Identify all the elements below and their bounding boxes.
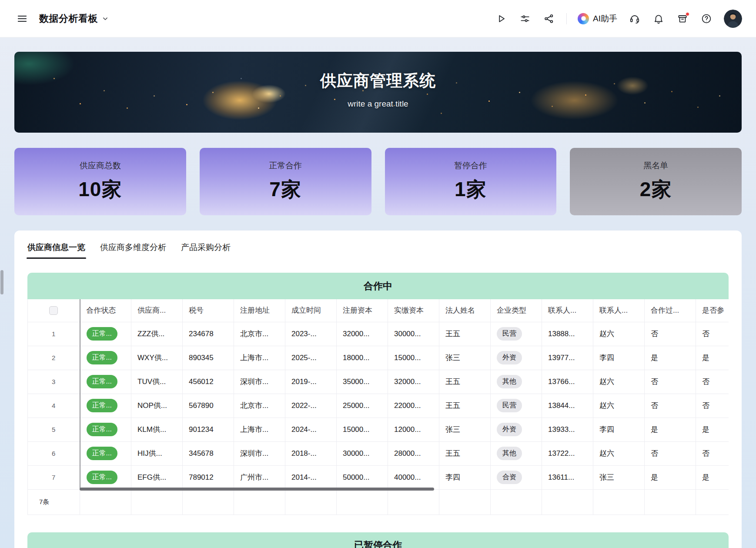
column-header[interactable]: 供应商... — [131, 299, 183, 322]
empty-cell — [542, 489, 593, 515]
cell-company-type: 其他 — [491, 441, 542, 465]
status-badge: 正常... — [87, 471, 117, 484]
dashboard-title-dropdown[interactable]: 数据分析看板 — [39, 12, 109, 25]
column-header[interactable]: 是否参 — [696, 299, 729, 322]
row-number: 5 — [28, 418, 80, 441]
cell-participated: 否 — [696, 370, 729, 394]
cell-address: 上海市... — [234, 346, 285, 370]
cell-address: 北京市... — [234, 394, 285, 418]
stat-card[interactable]: 正常合作7家 — [200, 148, 371, 215]
stat-card[interactable]: 黑名单2家 — [570, 148, 742, 215]
cell-company-type: 合资 — [491, 465, 542, 489]
table-row[interactable]: 4正常...NOP供...567890北京市...2022-...25000..… — [28, 394, 729, 418]
cell-tax-no: 345678 — [183, 441, 234, 465]
chevron-down-icon — [101, 15, 109, 23]
cell-cooperated: 否 — [645, 322, 696, 346]
present-button[interactable] — [495, 12, 508, 25]
cell-paid-capital: 22000... — [388, 394, 439, 418]
horizontal-scrollbar[interactable] — [80, 488, 434, 491]
notifications-button[interactable] — [652, 12, 665, 25]
stat-value: 1家 — [455, 176, 487, 203]
cell-company-type: 民营 — [491, 394, 542, 418]
share-button[interactable] — [542, 12, 555, 25]
column-header[interactable]: 成立时间 — [285, 299, 337, 322]
inbox-button[interactable] — [676, 12, 689, 25]
cell-participated: 否 — [696, 394, 729, 418]
table-row[interactable]: 3正常...TUV供...456012深圳市...2019-...35000..… — [28, 370, 729, 394]
cell-cooperated: 否 — [645, 441, 696, 465]
main-content: 供应商管理系统 write a great title 供应商总数10家正常合作… — [0, 52, 756, 548]
tabs: 供应商信息一览供应商多维度分析产品采购分析 — [27, 242, 729, 259]
stat-label: 暂停合作 — [454, 160, 487, 171]
column-header[interactable]: 联系人... — [542, 299, 593, 322]
ai-assistant-label: AI助手 — [593, 13, 617, 24]
stat-label: 供应商总数 — [80, 160, 121, 171]
cell-company-type: 外资 — [491, 418, 542, 441]
stat-card[interactable]: 暂停合作1家 — [385, 148, 557, 215]
table-row[interactable]: 7正常...EFG供...789012广州市...2014-...50000..… — [28, 465, 729, 489]
cell-legal-person: 李四 — [439, 465, 491, 489]
cell-supplier: WXY供... — [131, 346, 183, 370]
column-header[interactable]: 实缴资本 — [388, 299, 439, 322]
stat-card[interactable]: 供应商总数10家 — [14, 148, 186, 215]
column-header[interactable]: 注册资本 — [337, 299, 388, 322]
cell-tax-no: 234678 — [183, 322, 234, 346]
cell-contact-phone: 13977... — [542, 346, 593, 370]
tab-1[interactable]: 供应商信息一览 — [27, 242, 85, 259]
column-header[interactable]: 法人姓名 — [439, 299, 491, 322]
cell-address: 深圳市... — [234, 441, 285, 465]
column-header[interactable]: 税号 — [183, 299, 234, 322]
cell-legal-person: 王五 — [439, 394, 491, 418]
settings-button[interactable] — [518, 12, 532, 25]
table-row[interactable]: 1正常...ZZZ供...234678北京市...2023-...32000..… — [28, 322, 729, 346]
vertical-scrollbar[interactable] — [0, 270, 3, 294]
company-type-badge: 其他 — [497, 375, 522, 388]
stats-row: 供应商总数10家正常合作7家暂停合作1家黑名单2家 — [14, 148, 742, 215]
dashboard-title: 数据分析看板 — [39, 12, 98, 25]
tab-2[interactable]: 供应商多维度分析 — [100, 242, 166, 259]
tab-3[interactable]: 产品采购分析 — [181, 242, 231, 259]
cell-contact-phone: 13766... — [542, 370, 593, 394]
column-header[interactable]: 联系人... — [593, 299, 645, 322]
table-row[interactable]: 2正常...WXY供...890345上海市...2025-...18000..… — [28, 346, 729, 370]
support-button[interactable] — [628, 12, 641, 25]
empty-cell — [593, 489, 645, 515]
table-row[interactable]: 5正常...KLM供...901234上海市...2024-...15000..… — [28, 418, 729, 441]
help-button[interactable] — [700, 12, 713, 25]
cell-participated: 是 — [696, 465, 729, 489]
empty-cell — [439, 489, 491, 515]
column-header[interactable]: 注册地址 — [234, 299, 285, 322]
cell-legal-person: 张三 — [439, 346, 491, 370]
row-number: 1 — [28, 322, 80, 346]
stat-value: 2家 — [640, 176, 672, 203]
group-header-cooperating[interactable]: 合作中 — [27, 273, 729, 299]
cell-participated: 否 — [696, 441, 729, 465]
cell-contact-name: 赵六 — [593, 322, 645, 346]
cell-status: 正常... — [80, 418, 131, 441]
column-header[interactable]: 企业类型 — [491, 299, 542, 322]
table-row[interactable]: 6正常...HIJ供...345678深圳市...2018-...30000..… — [28, 441, 729, 465]
group-header-paused[interactable]: 已暂停合作 — [27, 532, 729, 548]
cell-company-type: 其他 — [491, 370, 542, 394]
cell-cooperated: 否 — [645, 394, 696, 418]
play-icon — [495, 13, 507, 24]
user-avatar[interactable] — [724, 10, 742, 28]
empty-cell — [234, 489, 285, 515]
cell-reg-capital: 32000... — [337, 322, 388, 346]
column-header[interactable]: 合作状态 — [80, 299, 131, 322]
cell-status: 正常... — [80, 441, 131, 465]
cell-status: 正常... — [80, 465, 131, 489]
cell-address: 深圳市... — [234, 370, 285, 394]
headset-icon — [629, 13, 640, 24]
cell-paid-capital: 28000... — [388, 441, 439, 465]
column-header[interactable]: 合作过... — [645, 299, 696, 322]
menu-button[interactable] — [16, 12, 29, 25]
empty-cell — [131, 489, 183, 515]
cell-tax-no: 890345 — [183, 346, 234, 370]
cell-reg-capital: 50000... — [337, 465, 388, 489]
empty-cell — [491, 489, 542, 515]
ai-assistant-button[interactable]: AI助手 — [578, 13, 617, 24]
select-all-checkbox[interactable] — [49, 306, 58, 315]
cell-contact-phone: 13722... — [542, 441, 593, 465]
status-badge: 正常... — [87, 327, 117, 341]
